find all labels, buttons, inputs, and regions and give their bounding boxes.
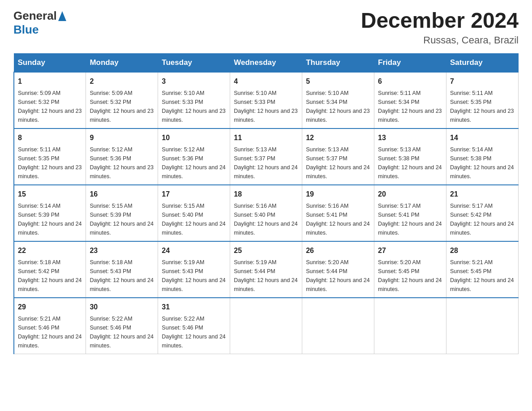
- calendar-cell: 9Sunrise: 5:12 AMSunset: 5:36 PMDaylight…: [86, 128, 158, 185]
- calendar-cell: 4Sunrise: 5:10 AMSunset: 5:33 PMDaylight…: [230, 72, 302, 128]
- title-area: December 2024 Russas, Ceara, Brazil: [361, 9, 519, 46]
- calendar-week-row: 22Sunrise: 5:18 AMSunset: 5:42 PMDayligh…: [14, 241, 519, 298]
- calendar-cell: 28Sunrise: 5:21 AMSunset: 5:45 PMDayligh…: [446, 241, 519, 298]
- calendar-table: SundayMondayTuesdayWednesdayThursdayFrid…: [13, 53, 519, 354]
- day-number: 27: [378, 245, 442, 256]
- calendar-cell: 8Sunrise: 5:11 AMSunset: 5:35 PMDaylight…: [14, 128, 86, 185]
- day-info: Sunrise: 5:12 AMSunset: 5:36 PMDaylight:…: [90, 146, 153, 180]
- day-number: 10: [162, 133, 226, 143]
- calendar-cell: 17Sunrise: 5:15 AMSunset: 5:40 PMDayligh…: [158, 185, 230, 241]
- logo-text-general: General: [13, 9, 57, 23]
- calendar-cell: 16Sunrise: 5:15 AMSunset: 5:39 PMDayligh…: [86, 185, 158, 241]
- day-number: 29: [18, 302, 82, 313]
- day-info: Sunrise: 5:20 AMSunset: 5:45 PMDaylight:…: [378, 259, 442, 292]
- day-info: Sunrise: 5:16 AMSunset: 5:40 PMDaylight:…: [234, 203, 297, 236]
- day-number: 9: [90, 133, 154, 143]
- day-info: Sunrise: 5:21 AMSunset: 5:46 PMDaylight:…: [18, 316, 82, 349]
- day-number: 24: [162, 245, 226, 256]
- location-subtitle: Russas, Ceara, Brazil: [361, 34, 519, 46]
- calendar-cell: 22Sunrise: 5:18 AMSunset: 5:42 PMDayligh…: [14, 241, 86, 298]
- day-number: 28: [450, 245, 515, 256]
- day-number: 23: [90, 245, 154, 256]
- day-number: 21: [450, 189, 515, 200]
- calendar-header-monday: Monday: [86, 53, 158, 72]
- day-number: 18: [234, 189, 298, 200]
- day-number: 12: [306, 133, 370, 143]
- calendar-cell: 2Sunrise: 5:09 AMSunset: 5:32 PMDaylight…: [86, 72, 158, 128]
- svg-marker-0: [58, 11, 66, 21]
- day-info: Sunrise: 5:17 AMSunset: 5:41 PMDaylight:…: [378, 203, 442, 236]
- day-info: Sunrise: 5:22 AMSunset: 5:46 PMDaylight:…: [90, 316, 153, 349]
- calendar-cell: 12Sunrise: 5:13 AMSunset: 5:37 PMDayligh…: [302, 128, 374, 185]
- calendar-week-row: 15Sunrise: 5:14 AMSunset: 5:39 PMDayligh…: [14, 185, 519, 241]
- calendar-cell: 10Sunrise: 5:12 AMSunset: 5:36 PMDayligh…: [158, 128, 230, 185]
- calendar-cell: 15Sunrise: 5:14 AMSunset: 5:39 PMDayligh…: [14, 185, 86, 241]
- day-number: 4: [234, 76, 298, 87]
- calendar-cell: 7Sunrise: 5:11 AMSunset: 5:35 PMDaylight…: [446, 72, 519, 128]
- day-info: Sunrise: 5:09 AMSunset: 5:32 PMDaylight:…: [90, 90, 153, 123]
- day-info: Sunrise: 5:11 AMSunset: 5:35 PMDaylight:…: [450, 90, 514, 123]
- calendar-cell: 18Sunrise: 5:16 AMSunset: 5:40 PMDayligh…: [230, 185, 302, 241]
- calendar-cell: 27Sunrise: 5:20 AMSunset: 5:45 PMDayligh…: [374, 241, 446, 298]
- day-number: 6: [378, 76, 442, 87]
- calendar-cell: 21Sunrise: 5:17 AMSunset: 5:42 PMDayligh…: [446, 185, 519, 241]
- day-info: Sunrise: 5:14 AMSunset: 5:39 PMDaylight:…: [18, 203, 82, 236]
- calendar-header-wednesday: Wednesday: [230, 53, 302, 72]
- calendar-header-thursday: Thursday: [302, 53, 374, 72]
- day-info: Sunrise: 5:18 AMSunset: 5:43 PMDaylight:…: [90, 259, 153, 292]
- day-number: 7: [450, 76, 515, 87]
- day-info: Sunrise: 5:18 AMSunset: 5:42 PMDaylight:…: [18, 259, 82, 292]
- day-info: Sunrise: 5:09 AMSunset: 5:32 PMDaylight:…: [18, 90, 82, 123]
- calendar-cell: 24Sunrise: 5:19 AMSunset: 5:43 PMDayligh…: [158, 241, 230, 298]
- day-info: Sunrise: 5:20 AMSunset: 5:44 PMDaylight:…: [306, 259, 369, 292]
- day-number: 11: [234, 133, 298, 143]
- logo-text-blue: Blue: [13, 23, 39, 36]
- calendar-header-saturday: Saturday: [446, 53, 519, 72]
- day-number: 22: [18, 245, 82, 256]
- day-number: 30: [90, 302, 154, 313]
- calendar-cell: 11Sunrise: 5:13 AMSunset: 5:37 PMDayligh…: [230, 128, 302, 185]
- day-info: Sunrise: 5:11 AMSunset: 5:34 PMDaylight:…: [378, 90, 442, 123]
- calendar-cell: 30Sunrise: 5:22 AMSunset: 5:46 PMDayligh…: [86, 298, 158, 354]
- day-number: 1: [18, 76, 82, 87]
- day-info: Sunrise: 5:11 AMSunset: 5:35 PMDaylight:…: [18, 146, 82, 180]
- calendar-cell: 19Sunrise: 5:16 AMSunset: 5:41 PMDayligh…: [302, 185, 374, 241]
- day-info: Sunrise: 5:19 AMSunset: 5:43 PMDaylight:…: [162, 259, 225, 292]
- page-header: General Blue December 2024 Russas, Ceara…: [13, 9, 519, 46]
- logo: General Blue: [13, 9, 66, 37]
- day-number: 15: [18, 189, 82, 200]
- day-number: 25: [234, 245, 298, 256]
- day-info: Sunrise: 5:16 AMSunset: 5:41 PMDaylight:…: [306, 203, 369, 236]
- day-number: 26: [306, 245, 370, 256]
- calendar-cell: [230, 298, 302, 354]
- calendar-header-tuesday: Tuesday: [158, 53, 230, 72]
- calendar-cell: 25Sunrise: 5:19 AMSunset: 5:44 PMDayligh…: [230, 241, 302, 298]
- day-info: Sunrise: 5:10 AMSunset: 5:33 PMDaylight:…: [162, 90, 225, 123]
- calendar-header-friday: Friday: [374, 53, 446, 72]
- calendar-cell: 3Sunrise: 5:10 AMSunset: 5:33 PMDaylight…: [158, 72, 230, 128]
- day-number: 14: [450, 133, 515, 143]
- day-info: Sunrise: 5:13 AMSunset: 5:38 PMDaylight:…: [378, 146, 442, 180]
- day-info: Sunrise: 5:21 AMSunset: 5:45 PMDaylight:…: [450, 259, 514, 292]
- day-number: 20: [378, 189, 442, 200]
- day-info: Sunrise: 5:13 AMSunset: 5:37 PMDaylight:…: [306, 146, 369, 180]
- day-info: Sunrise: 5:14 AMSunset: 5:38 PMDaylight:…: [450, 146, 514, 180]
- calendar-week-row: 8Sunrise: 5:11 AMSunset: 5:35 PMDaylight…: [14, 128, 519, 185]
- calendar-cell: 14Sunrise: 5:14 AMSunset: 5:38 PMDayligh…: [446, 128, 519, 185]
- day-number: 3: [162, 76, 226, 87]
- calendar-cell: 20Sunrise: 5:17 AMSunset: 5:41 PMDayligh…: [374, 185, 446, 241]
- day-info: Sunrise: 5:13 AMSunset: 5:37 PMDaylight:…: [234, 146, 297, 180]
- calendar-cell: 26Sunrise: 5:20 AMSunset: 5:44 PMDayligh…: [302, 241, 374, 298]
- day-info: Sunrise: 5:19 AMSunset: 5:44 PMDaylight:…: [234, 259, 297, 292]
- calendar-cell: 1Sunrise: 5:09 AMSunset: 5:32 PMDaylight…: [14, 72, 86, 128]
- calendar-header-row: SundayMondayTuesdayWednesdayThursdayFrid…: [14, 53, 519, 72]
- calendar-cell: [302, 298, 374, 354]
- day-info: Sunrise: 5:10 AMSunset: 5:34 PMDaylight:…: [306, 90, 369, 123]
- day-number: 16: [90, 189, 154, 200]
- calendar-week-row: 1Sunrise: 5:09 AMSunset: 5:32 PMDaylight…: [14, 72, 519, 128]
- calendar-cell: [446, 298, 519, 354]
- day-number: 13: [378, 133, 442, 143]
- day-number: 8: [18, 133, 82, 143]
- calendar-cell: 6Sunrise: 5:11 AMSunset: 5:34 PMDaylight…: [374, 72, 446, 128]
- day-info: Sunrise: 5:22 AMSunset: 5:46 PMDaylight:…: [162, 316, 225, 349]
